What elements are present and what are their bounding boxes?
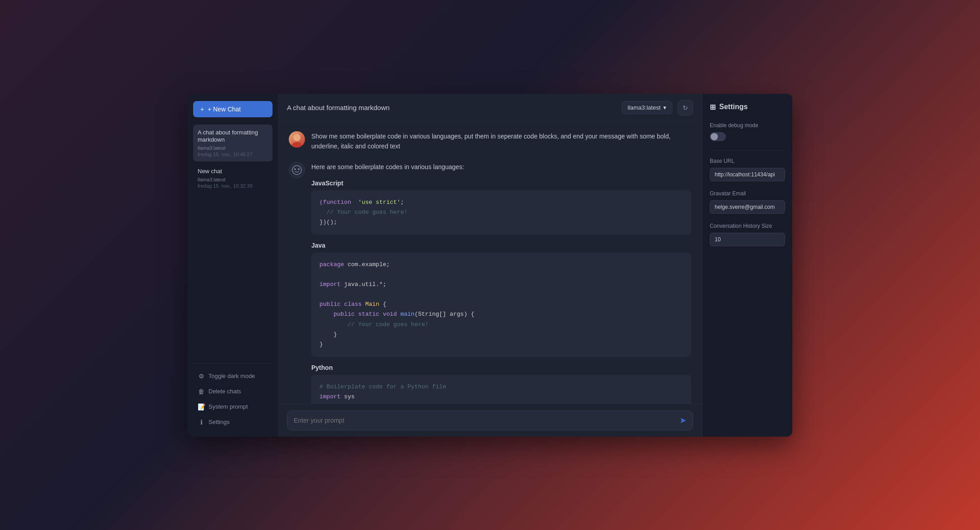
settings-button[interactable]: ℹ Settings [193,415,273,429]
js-code-block: (function 'use strict'; // Your code goe… [311,190,691,235]
python-section-label: Python [311,364,691,371]
js-section-label: JavaScript [311,180,691,187]
send-button[interactable]: ➤ [680,415,686,425]
debug-mode-toggle[interactable] [710,132,726,141]
toggle-knob [711,133,718,140]
user-message: Show me some boilerplate code in various… [289,131,691,152]
delete-chats-button[interactable]: 🗑 Delete chats [193,384,273,399]
debug-toggle-wrap [710,132,785,141]
chat-item[interactable]: A chat about formatting markdown llama3:… [193,124,273,162]
history-size-label: Conversation History Size [710,223,785,229]
chevron-down-icon: ▾ [663,104,666,111]
sidebar-item-label: Delete chats [208,388,241,395]
sidebar: + + New Chat A chat about formatting mar… [188,94,278,437]
chat-date: fredag 15. nov., 10:32:39 [198,183,268,189]
settings-title: Settings [719,103,748,111]
chat-title: New chat [198,168,268,175]
debug-mode-group: Enable debug mode [710,122,785,141]
java-code-block: package com.example; import java.util.*;… [311,253,691,357]
chat-title-input[interactable] [287,104,616,111]
chat-date: fredag 15. nov., 10:46:27 [198,152,268,157]
ai-message-intro: Here are some boilerplate codes in vario… [311,162,691,172]
history-size-input[interactable] [710,233,785,246]
sidebar-item-label: Settings [208,419,230,425]
trash-icon: 🗑 [198,388,205,395]
messages-area: Show me some boilerplate code in various… [278,122,702,404]
chat-history: A chat about formatting markdown llama3:… [193,124,273,363]
history-size-group: Conversation History Size [710,223,785,246]
settings-icon: ⊞ [710,103,716,111]
base-url-group: Base URL [710,158,785,181]
main-area: llama3:latest ▾ ↻ Show me some boilerpla… [278,94,702,437]
info-icon: ℹ [198,419,205,426]
debug-mode-label: Enable debug mode [710,122,785,129]
java-section-label: Java [311,242,691,249]
refresh-button[interactable]: ↻ [678,100,693,115]
python-code-block: # Boilerplate code for a Python file imp… [311,375,691,404]
sidebar-item-label: Toggle dark mode [208,373,255,379]
sidebar-bottom: ⚙ Toggle dark mode 🗑 Delete chats 📝 Syst… [193,363,273,429]
plus-icon: + [200,106,204,113]
settings-divider [710,150,785,151]
chat-model: llama3:latest [198,145,268,151]
sidebar-item-label: System prompt [208,403,248,410]
document-icon: 📝 [198,403,205,410]
gravatar-label: Gravatar Email [710,190,785,197]
settings-header: ⊞ Settings [710,103,785,111]
send-icon: ➤ [680,415,686,425]
refresh-icon: ↻ [683,104,688,111]
toggle-dark-mode-button[interactable]: ⚙ Toggle dark mode [193,369,273,383]
chat-model: llama3:latest [198,177,268,182]
prompt-input-wrap: ➤ [287,410,693,430]
settings-panel: ⊞ Settings Enable debug mode Base URL Gr… [702,94,792,437]
gravatar-input[interactable] [710,200,785,214]
svg-point-1 [291,142,303,147]
new-chat-label: + New Chat [208,106,241,113]
model-selector[interactable]: llama3:latest ▾ [622,101,672,114]
model-name: llama3:latest [628,104,661,111]
new-chat-button[interactable]: + + New Chat [193,101,273,117]
chat-item[interactable]: New chat llama3:latest fredag 15. nov., … [193,163,273,193]
system-prompt-button[interactable]: 📝 System prompt [193,400,273,414]
user-message-content: Show me some boilerplate code in various… [311,131,691,152]
svg-point-3 [294,168,296,170]
svg-point-2 [292,166,301,175]
ai-message-content: Here are some boilerplate codes in vario… [311,162,691,403]
user-message-text: Show me some boilerplate code in various… [311,131,691,152]
base-url-input[interactable] [710,168,785,181]
base-url-label: Base URL [710,158,785,164]
ai-message: Here are some boilerplate codes in vario… [289,162,691,403]
svg-point-4 [298,168,300,170]
prompt-input[interactable] [294,417,675,424]
input-area: ➤ [278,404,702,437]
chat-header: llama3:latest ▾ ↻ [278,94,702,122]
svg-point-0 [293,134,300,141]
gear-icon: ⚙ [198,373,205,380]
chat-title: A chat about formatting markdown [198,129,268,144]
ai-avatar [289,162,305,178]
user-avatar [289,131,305,147]
gravatar-group: Gravatar Email [710,190,785,214]
